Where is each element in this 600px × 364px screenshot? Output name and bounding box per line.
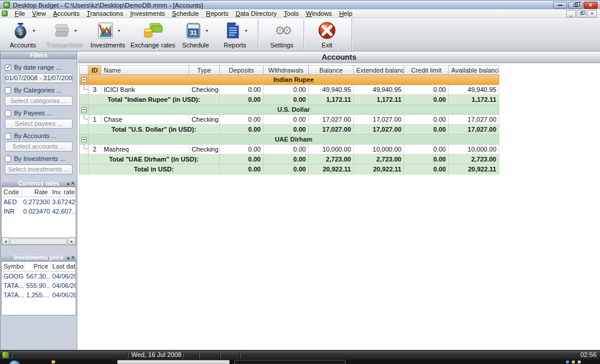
mdi-minimize-button[interactable]: _ (566, 10, 576, 18)
menu-data-directory[interactable]: Data Directory (232, 9, 280, 18)
table-row-icici-bank[interactable]: 3ICICI BankChecking0.000.0049,940.9549,9… (79, 85, 499, 95)
filter-select-button[interactable]: 01/07/2008 - 31/07/2008 (5, 73, 73, 83)
app-icon (4, 2, 10, 8)
horizontal-scrollbar[interactable]: ◂ ▸ (2, 237, 76, 245)
close-panel-icon[interactable]: × (71, 181, 74, 186)
column-header-type[interactable]: Type (189, 65, 220, 75)
panel-column-header[interactable]: Symbol (2, 262, 25, 272)
panel-column-header[interactable]: Code (2, 187, 22, 197)
chevron-down-icon[interactable]: ▾ (118, 28, 120, 33)
collapse-group-icon[interactable] (81, 107, 87, 112)
column-header-credit-limit[interactable]: Credit limit (404, 65, 449, 75)
menu-file[interactable]: File (11, 9, 29, 18)
toolbar-button-exchange-rates[interactable]: Exchange rates (130, 20, 176, 49)
group-row-u-s-dollar[interactable]: U.S. Dollar (79, 105, 499, 115)
list-item[interactable]: GOOG567.30...04/06/200 (2, 272, 76, 281)
filter-select-button[interactable]: Select categories ... (5, 96, 73, 106)
panel-column-header[interactable]: Rate (22, 187, 50, 197)
toolbar-button-schedule[interactable]: 31▾Schedule (177, 20, 214, 49)
toolbar-button-investments[interactable]: ▾Investments (87, 20, 129, 49)
checkbox[interactable] (5, 156, 11, 162)
menu-schedule[interactable]: Schedule (169, 9, 203, 18)
scroll-left-icon[interactable]: ◂ (2, 238, 9, 245)
cell-value: 20,922.11 (309, 164, 354, 174)
tree-elbow (84, 85, 88, 90)
close-panel-icon[interactable]: × (71, 255, 74, 260)
collapse-icon[interactable]: ▴ (67, 181, 70, 186)
cell-type: Checking (189, 115, 220, 125)
list-item[interactable]: TATA...555.90...04/06/200 (2, 281, 76, 290)
group-row-indian-rupee[interactable]: Indian Rupee (79, 75, 499, 85)
checkbox[interactable] (5, 110, 11, 116)
windows-taskbar[interactable] (0, 359, 600, 364)
chevron-down-icon[interactable]: ▾ (74, 28, 77, 33)
svg-text:31: 31 (190, 29, 197, 36)
menu-view[interactable]: View (29, 9, 50, 18)
taskbar-button-active[interactable] (234, 360, 346, 364)
collapse-icon[interactable]: ▴ (67, 255, 70, 260)
panel-column-header[interactable]: Inv. rate (50, 187, 76, 197)
checkbox[interactable] (5, 87, 11, 94)
minimize-button[interactable] (553, 2, 567, 9)
scroll-thumb[interactable] (10, 238, 67, 245)
menu-transactions[interactable]: Transactions (83, 9, 127, 18)
toolbar-button-accounts[interactable]: $▾Accounts (4, 20, 42, 49)
cell-value: 10,000.00 (449, 145, 499, 154)
mdi-restore-icon (580, 12, 584, 15)
table-row-chase[interactable]: 1ChaseChecking0.000.0017,027.0017,027.00… (79, 115, 499, 125)
mdi-restore-button[interactable] (577, 10, 587, 18)
cell-value: 0.00 (404, 115, 449, 125)
tray-icon[interactable] (566, 360, 569, 363)
column-header-deposits[interactable]: Deposits (220, 65, 264, 75)
restore-button[interactable] (568, 2, 582, 9)
menu-investments[interactable]: Investments (127, 9, 168, 18)
collapse-group-icon[interactable] (81, 77, 87, 83)
close-button[interactable]: × (584, 2, 598, 9)
chevron-down-icon[interactable]: ▾ (245, 28, 247, 33)
column-header-extended-balance[interactable]: Extended balance (354, 65, 404, 75)
list-item[interactable]: AED0.2723003.672420 (2, 197, 76, 207)
scroll-right-icon[interactable]: ▸ (68, 238, 76, 245)
quicklaunch-icon[interactable] (52, 360, 55, 363)
column-header-name[interactable]: Name (101, 65, 189, 75)
filter-select-button[interactable]: Select accounts ... (5, 142, 73, 152)
column-header-id[interactable]: ID (88, 65, 101, 75)
start-orb-icon[interactable] (8, 360, 21, 364)
cell-value: 0.00 (264, 95, 309, 105)
toolbar-button-label: Reports (224, 42, 247, 49)
menu-windows[interactable]: Windows (302, 9, 336, 18)
toolbar-button-settings[interactable]: ⚙⚙Settings (261, 20, 302, 49)
panel-column-header[interactable]: Last date (50, 262, 76, 272)
tray-icon[interactable] (578, 360, 581, 363)
menu-tools[interactable]: Tools (280, 9, 302, 18)
cell-value: 20,922.11 (354, 164, 404, 174)
titlebar[interactable]: Desktop Budget - C:\Users\kz\Desktop\Dem… (0, 0, 600, 9)
menu-reports[interactable]: Reports (202, 9, 232, 18)
column-header-withdrawals[interactable]: Withdrawals (264, 65, 309, 75)
list-item[interactable]: INR0.02347042.607... (2, 207, 76, 216)
list-item[interactable]: TATA...1,255....04/06/200 (2, 290, 76, 300)
window-title: Desktop Budget - C:\Users\kz\Desktop\Dem… (13, 2, 203, 9)
filter-select-button[interactable]: Select payees ... (5, 119, 73, 129)
table-row-mashreq[interactable]: 2MashreqChecking0.000.0010,000.0010,000.… (79, 145, 499, 154)
group-row-uae-dirham[interactable]: UAE Dirham (79, 135, 499, 145)
mdi-close-button[interactable]: × (587, 10, 597, 18)
toolbar-button-exit[interactable]: Exit (308, 20, 346, 49)
cell-value: 1,172.11 (449, 95, 499, 105)
tray-icon[interactable] (572, 360, 575, 363)
chevron-down-icon[interactable]: ▾ (206, 28, 208, 33)
column-header-balance[interactable]: Balance (309, 65, 354, 75)
cell-id: 2 (88, 145, 101, 154)
toolbar-button-reports[interactable]: ▾Reports (216, 20, 254, 49)
filter-select-button[interactable]: Select investments ... (5, 164, 73, 174)
table-gutter (79, 164, 88, 174)
column-header-available-balance[interactable]: Available balance (449, 65, 499, 75)
checkbox-checked[interactable] (5, 64, 11, 71)
panel-column-header[interactable]: Price (25, 262, 51, 272)
taskbar-button[interactable] (117, 360, 230, 364)
menu-accounts[interactable]: Accounts (49, 9, 83, 18)
checkbox[interactable] (5, 133, 11, 139)
menu-help[interactable]: Help (336, 9, 356, 18)
collapse-group-icon[interactable] (81, 137, 87, 142)
chevron-down-icon[interactable]: ▾ (33, 28, 35, 33)
